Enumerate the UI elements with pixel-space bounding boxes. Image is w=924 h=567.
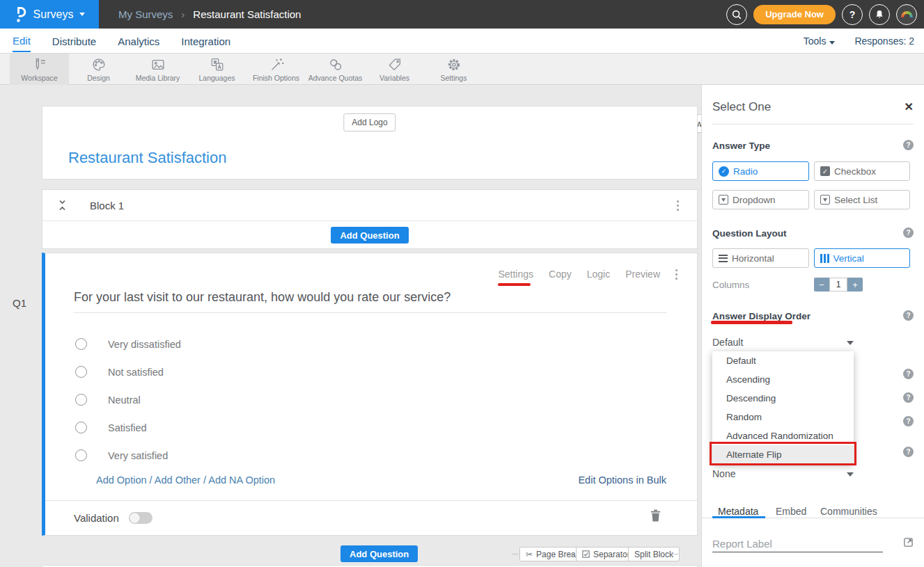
tool-settings[interactable]: Settings bbox=[424, 54, 483, 85]
edit-toolbar: Workspace Design Media Library Languages… bbox=[0, 54, 924, 85]
menu-item-advanced-randomization[interactable]: Advanced Randomization bbox=[712, 426, 854, 445]
report-label-input[interactable] bbox=[712, 536, 883, 552]
help-icon[interactable]: ? bbox=[903, 369, 914, 379]
questionpro-logo-icon bbox=[14, 6, 27, 24]
tool-design[interactable]: Design bbox=[69, 54, 128, 85]
survey-header-card: Add Logo Restaurant Satisfaction bbox=[42, 106, 698, 179]
account-avatar[interactable] bbox=[896, 4, 917, 25]
chevron-down-icon[interactable] bbox=[847, 341, 854, 345]
menu-item-default[interactable]: Default bbox=[712, 351, 854, 370]
help-icon[interactable]: ? bbox=[903, 227, 914, 238]
add-question-button-bottom[interactable]: Add Question bbox=[340, 545, 418, 562]
question-tab-copy[interactable]: Copy bbox=[549, 269, 572, 280]
answer-type-checkbox[interactable]: ✓ Checkbox bbox=[814, 161, 910, 181]
answer-option-row: Satisfied bbox=[75, 422, 147, 433]
question-card: Settings Copy Logic Preview For your las… bbox=[42, 253, 698, 536]
surveys-menu[interactable]: Surveys bbox=[0, 0, 99, 29]
tool-languages[interactable]: Languages bbox=[187, 54, 246, 85]
help-icon[interactable]: ? bbox=[903, 392, 914, 403]
answer-display-order-select[interactable]: Default bbox=[712, 337, 743, 348]
radio-button-icon[interactable] bbox=[75, 394, 87, 406]
add-na-option-link[interactable]: Add NA Option bbox=[208, 474, 275, 486]
radio-button-icon[interactable] bbox=[75, 422, 87, 433]
add-logo-button[interactable]: Add Logo bbox=[343, 113, 396, 131]
add-option-link[interactable]: Add Option bbox=[96, 474, 147, 486]
layout-horizontal[interactable]: Horizontal bbox=[712, 248, 809, 268]
question-tab-preview[interactable]: Preview bbox=[625, 269, 660, 280]
chevron-down-icon bbox=[79, 13, 85, 16]
tab-distribute[interactable]: Distribute bbox=[52, 30, 96, 51]
help-button[interactable]: ? bbox=[842, 4, 863, 25]
tool-variables[interactable]: Variables bbox=[365, 54, 424, 85]
block-menu-icon[interactable] bbox=[677, 200, 679, 211]
tools-menu[interactable]: Tools bbox=[804, 35, 836, 47]
menu-item-ascending[interactable]: Ascending bbox=[712, 370, 854, 389]
tab-edit[interactable]: Edit bbox=[13, 29, 31, 52]
tab-integration[interactable]: Integration bbox=[181, 30, 230, 51]
answer-type-select-list[interactable]: Select List bbox=[814, 190, 910, 209]
collapse-block-icon[interactable] bbox=[58, 200, 67, 211]
question-layout-label: Question Layout bbox=[712, 228, 787, 239]
tool-advance-quotas[interactable]: Advance Quotas bbox=[306, 54, 365, 85]
workspace-canvas: Q1 Add Logo Restaurant Satisfaction Bloc… bbox=[0, 85, 701, 567]
help-icon[interactable]: ? bbox=[903, 416, 914, 426]
panel-tab-communities[interactable]: Communities bbox=[820, 506, 877, 517]
validation-toggle[interactable] bbox=[129, 512, 152, 524]
question-text[interactable]: For your last visit to our restaurant, h… bbox=[74, 290, 451, 305]
questionpro-app: Surveys My Surveys › Restaurant Satisfac… bbox=[0, 0, 924, 567]
search-button[interactable] bbox=[726, 4, 747, 25]
menu-item-random[interactable]: Random bbox=[712, 408, 854, 426]
help-icon[interactable]: ? bbox=[903, 140, 914, 150]
tab-analytics[interactable]: Analytics bbox=[118, 30, 159, 51]
bell-icon bbox=[874, 9, 885, 20]
panel-tab-metadata[interactable]: Metadata bbox=[718, 506, 758, 517]
secondary-select[interactable]: None bbox=[712, 468, 735, 479]
decrease-columns-button[interactable]: − bbox=[814, 278, 829, 292]
tool-workspace[interactable]: Workspace bbox=[10, 54, 69, 85]
add-question-button-top[interactable]: Add Question bbox=[331, 227, 408, 243]
radio-check-icon: ✓ bbox=[719, 166, 729, 177]
answer-type-radio[interactable]: ✓ Radio bbox=[712, 161, 809, 181]
increase-columns-button[interactable]: + bbox=[847, 278, 863, 292]
delete-question-icon[interactable] bbox=[650, 509, 661, 522]
answer-type-dropdown[interactable]: Dropdown bbox=[712, 190, 809, 209]
help-icon: ? bbox=[849, 9, 856, 20]
help-icon[interactable]: ? bbox=[903, 310, 914, 321]
tool-media-library[interactable]: Media Library bbox=[128, 54, 187, 85]
answer-option-row: Very dissatisfied bbox=[75, 338, 181, 350]
columns-value: 1 bbox=[829, 278, 847, 292]
question-tab-settings[interactable]: Settings bbox=[498, 269, 533, 280]
block-card: Block 1 Add Question bbox=[42, 189, 698, 249]
question-menu-icon[interactable] bbox=[675, 269, 678, 280]
tool-finish-options[interactable]: Finish Options bbox=[246, 54, 306, 85]
question-tab-logic[interactable]: Logic bbox=[587, 269, 610, 280]
edit-options-in-bulk-link[interactable]: Edit Options in Bulk bbox=[578, 474, 666, 486]
expand-icon[interactable] bbox=[903, 537, 914, 548]
chevron-down-icon[interactable] bbox=[847, 472, 854, 477]
annotation-underline-display-order bbox=[711, 321, 792, 324]
annotation-underline-settings bbox=[498, 283, 531, 286]
layout-vertical[interactable]: Vertical bbox=[814, 248, 910, 268]
topbar-actions: Upgrade Now ? bbox=[726, 4, 924, 25]
option-label: Neutral bbox=[108, 394, 141, 406]
menu-item-descending[interactable]: Descending bbox=[712, 389, 854, 408]
radio-button-icon[interactable] bbox=[75, 338, 87, 350]
menu-item-alternate-flip[interactable]: Alternate Flip bbox=[712, 445, 854, 464]
product-name: Surveys bbox=[33, 8, 74, 21]
survey-title[interactable]: Restaurant Satisfaction bbox=[68, 149, 226, 167]
close-icon[interactable]: ✕ bbox=[905, 100, 914, 113]
answer-option-row: Very satisfied bbox=[75, 449, 168, 461]
help-icon[interactable]: ? bbox=[903, 447, 914, 457]
question-settings-panel: Select One ✕ Answer Type ? ✓ Radio ✓ Che… bbox=[701, 85, 924, 567]
radio-button-icon[interactable] bbox=[75, 449, 87, 461]
panel-tab-embed[interactable]: Embed bbox=[776, 506, 806, 517]
radio-button-icon[interactable] bbox=[75, 366, 87, 378]
block-name[interactable]: Block 1 bbox=[90, 200, 124, 211]
columns-label: Columns bbox=[712, 280, 749, 290]
option-label: Satisfied bbox=[108, 422, 147, 433]
notifications-button[interactable] bbox=[869, 4, 890, 25]
breadcrumb-my-surveys[interactable]: My Surveys bbox=[118, 8, 173, 20]
responses-count[interactable]: Responses: 2 bbox=[854, 35, 914, 47]
upgrade-now-button[interactable]: Upgrade Now bbox=[753, 5, 836, 24]
add-other-link[interactable]: Add Other bbox=[155, 474, 201, 486]
